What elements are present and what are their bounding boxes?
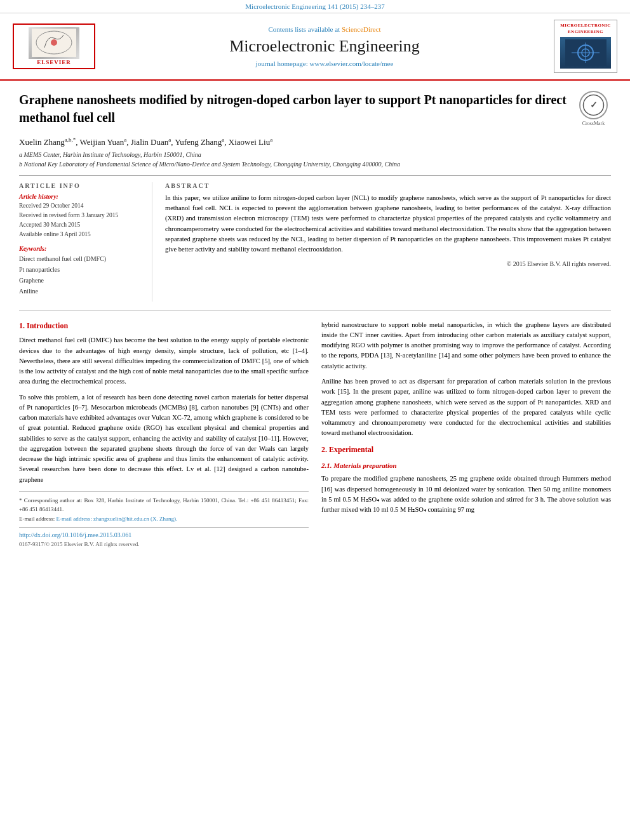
abstract-text: In this paper, we utilize aniline to for… xyxy=(165,193,611,255)
body-content: 1. Introduction Direct methanol fuel cel… xyxy=(19,320,611,549)
journal-header: ELSEVIER Contents lists available at Sci… xyxy=(0,13,630,81)
crossmark-icon: ✓ xyxy=(579,91,608,119)
col2-para1: hybrid nanostructure to support noble me… xyxy=(321,320,611,371)
svg-point-2 xyxy=(51,39,57,46)
intro-para1: Direct methanol fuel cell (DMFC) has bec… xyxy=(19,335,309,387)
kw1: Direct methanol fuel cell (DMFC) xyxy=(19,253,142,264)
info-abstract-section: ARTICLE INFO Article history: Received 2… xyxy=(19,175,611,302)
article-title-section: Graphene nanosheets modified by nitrogen… xyxy=(19,91,611,131)
body-col-right: hybrid nanostructure to support noble me… xyxy=(321,320,611,549)
journal-homepage: journal homepage: www.elsevier.com/locat… xyxy=(95,60,554,67)
authors-line: Xuelin Zhanga,b,*, Weijian Yuana, Jialin… xyxy=(19,137,611,147)
keywords-list: Direct methanol fuel cell (DMFC) Pt nano… xyxy=(19,253,142,297)
materials-prep-heading: 2.1. Materials preparation xyxy=(321,460,611,471)
issn-notice: 0167-9317/© 2015 Elsevier B.V. All right… xyxy=(19,540,309,549)
revised-date: Received in revised form 3 January 2015 xyxy=(19,211,142,220)
abstract-panel: ABSTRACT In this paper, we utilize anili… xyxy=(165,182,611,302)
col2-para3: To prepare the modified graphene nanoshe… xyxy=(321,474,611,515)
affil-a: a MEMS Center, Harbin Institute of Techn… xyxy=(19,150,611,159)
crossmark-label: CrossMark xyxy=(576,121,611,126)
journal-thumbnail-area: MICROELECTRONIC ENGINEERING xyxy=(554,20,617,73)
available-date: Available online 3 April 2015 xyxy=(19,230,142,239)
elsevier-logo-box: ELSEVIER xyxy=(13,23,95,69)
author-jialin: Jialin Duan xyxy=(131,137,169,147)
keywords-group: Keywords: Direct methanol fuel cell (DMF… xyxy=(19,245,142,297)
article-info-panel: ARTICLE INFO Article history: Received 2… xyxy=(19,182,152,302)
history-label: Article history: xyxy=(19,193,142,200)
footnote-area: * Corresponding author at: Box 328, Harb… xyxy=(19,491,309,523)
author-yufeng: Yufeng Zhang xyxy=(175,137,222,147)
intro-heading: 1. Introduction xyxy=(19,320,309,332)
thumb-image xyxy=(560,37,611,69)
affiliations: a MEMS Center, Harbin Institute of Techn… xyxy=(19,150,611,169)
article-history-group: Article history: Received 29 October 201… xyxy=(19,193,142,240)
kw3: Graphene xyxy=(19,275,142,286)
elsevier-logo-image xyxy=(29,27,79,59)
footer-bar: http://dx.doi.org/10.1016/j.mee.2015.03.… xyxy=(19,527,309,549)
journal-reference: Microelectronic Engineering 141 (2015) 2… xyxy=(0,0,630,13)
accepted-date: Accepted 30 March 2015 xyxy=(19,220,142,230)
journal-center-info: Contents lists available at ScienceDirec… xyxy=(95,25,554,67)
col2-para2: Aniline has been proved to act as disper… xyxy=(321,377,611,439)
sciencedirect-link[interactable]: ScienceDirect xyxy=(342,25,381,33)
main-content: Graphene nanosheets modified by nitrogen… xyxy=(0,81,630,559)
kw2: Pt nanoparticles xyxy=(19,264,142,275)
abstract-label: ABSTRACT xyxy=(165,182,611,189)
article-info-label: ARTICLE INFO xyxy=(19,182,142,189)
experimental-heading: 2. Experimental xyxy=(321,444,611,456)
elsevier-label: ELSEVIER xyxy=(17,59,91,65)
journal-title: Microelectronic Engineering xyxy=(95,37,554,56)
keywords-label: Keywords: xyxy=(19,245,142,252)
kw4: Aniline xyxy=(19,286,142,297)
copyright-notice: © 2015 Elsevier B.V. All rights reserved… xyxy=(165,260,611,267)
crossmark-area: ✓ CrossMark xyxy=(576,91,611,126)
section-divider xyxy=(19,310,611,311)
author-xiaowei: Xiaowei Liu xyxy=(229,137,270,147)
article-title: Graphene nanosheets modified by nitrogen… xyxy=(19,91,570,126)
journal-thumbnail: MICROELECTRONIC ENGINEERING xyxy=(554,20,617,73)
homepage-url[interactable]: www.elsevier.com/locate/mee xyxy=(310,60,394,67)
author-xuelin: Xuelin Zhang xyxy=(19,137,65,147)
email-link[interactable]: E-mail address: zhangxuelin@hit.edu.cn (… xyxy=(56,516,177,522)
intro-para2: To solve this problem, a lot of research… xyxy=(19,392,309,485)
publisher-logo-area: ELSEVIER xyxy=(13,23,95,69)
received-date: Received 29 October 2014 xyxy=(19,201,142,211)
author-weijian: Weijian Yuan xyxy=(80,137,124,147)
affil-b: b National Key Laboratory of Fundamental… xyxy=(19,159,611,169)
contents-link: Contents lists available at ScienceDirec… xyxy=(95,25,554,33)
footnote-corresponding: * Corresponding author at: Box 328, Harb… xyxy=(19,496,309,514)
svg-text:✓: ✓ xyxy=(590,100,598,110)
body-col-left: 1. Introduction Direct methanol fuel cel… xyxy=(19,320,309,549)
footnote-email: E-mail address: E-mail address: zhangxue… xyxy=(19,514,309,523)
doi-link[interactable]: http://dx.doi.org/10.1016/j.mee.2015.03.… xyxy=(19,530,309,540)
